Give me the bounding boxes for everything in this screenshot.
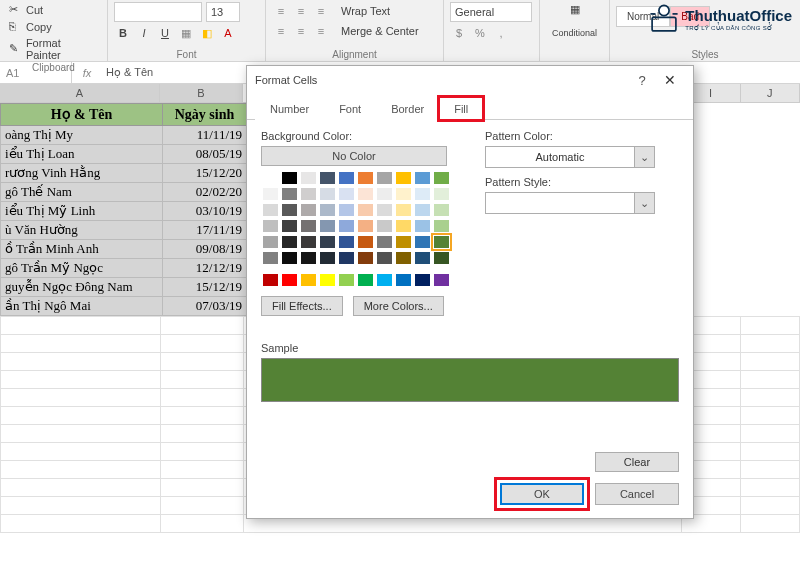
color-swatch[interactable] — [281, 235, 298, 249]
color-swatch[interactable] — [433, 187, 450, 201]
cell-dob[interactable]: 09/08/19 — [163, 240, 247, 259]
color-swatch[interactable] — [357, 187, 374, 201]
cut-button[interactable]: ✂Cut — [6, 2, 46, 18]
color-swatch[interactable] — [338, 235, 355, 249]
font-name-combo[interactable] — [114, 2, 202, 22]
color-swatch[interactable] — [414, 273, 431, 287]
color-swatch[interactable] — [319, 187, 336, 201]
color-swatch[interactable] — [319, 235, 336, 249]
cell-dob[interactable]: 12/12/19 — [163, 259, 247, 278]
dialog-titlebar[interactable]: Format Cells ? ✕ — [247, 66, 693, 94]
cell-name[interactable]: rương Vinh Hằng — [1, 164, 163, 183]
cell-dob[interactable]: 07/03/19 — [163, 297, 247, 316]
cell-name[interactable]: iểu Thị Mỹ Linh — [1, 202, 163, 221]
percent-icon[interactable]: % — [471, 24, 489, 42]
cell-name[interactable]: ồ Trần Minh Anh — [1, 240, 163, 259]
color-swatch[interactable] — [281, 273, 298, 287]
cell-name[interactable]: gô Thế Nam — [1, 183, 163, 202]
formula-value[interactable]: Họ & Tên — [102, 66, 153, 79]
color-swatch[interactable] — [300, 235, 317, 249]
color-swatch[interactable] — [300, 203, 317, 217]
cell-name[interactable]: ần Thị Ngô Mai — [1, 297, 163, 316]
color-swatch[interactable] — [376, 273, 393, 287]
color-swatch[interactable] — [300, 251, 317, 265]
more-colors-button[interactable]: More Colors... — [353, 296, 444, 316]
cell-name[interactable]: ù Văn Hường — [1, 221, 163, 240]
color-swatch[interactable] — [414, 187, 431, 201]
color-swatch[interactable] — [338, 251, 355, 265]
color-swatch[interactable] — [433, 219, 450, 233]
cell-dob[interactable]: 15/12/19 — [163, 278, 247, 297]
align-mid-icon[interactable]: ≡ — [292, 2, 310, 20]
color-swatch[interactable] — [395, 219, 412, 233]
no-color-button[interactable]: No Color — [261, 146, 447, 166]
color-swatch[interactable] — [414, 251, 431, 265]
cell-name[interactable]: guyễn Ngọc Đông Nam — [1, 278, 163, 297]
cell-name[interactable]: oàng Thị My — [1, 126, 163, 145]
color-swatch[interactable] — [395, 187, 412, 201]
align-top-icon[interactable]: ≡ — [272, 2, 290, 20]
merge-center-button[interactable]: Merge & Center — [338, 22, 422, 40]
color-swatch[interactable] — [376, 187, 393, 201]
align-center-icon[interactable]: ≡ — [292, 22, 310, 40]
color-swatch[interactable] — [281, 187, 298, 201]
color-swatch[interactable] — [300, 171, 317, 185]
help-button[interactable]: ? — [629, 73, 655, 88]
color-swatch[interactable] — [300, 273, 317, 287]
cell-dob[interactable]: 02/02/20 — [163, 183, 247, 202]
color-swatch[interactable] — [281, 203, 298, 217]
ok-button[interactable]: OK — [500, 483, 584, 505]
tab-number[interactable]: Number — [255, 97, 324, 120]
color-swatch[interactable] — [414, 219, 431, 233]
color-swatch[interactable] — [414, 171, 431, 185]
color-swatch[interactable] — [414, 235, 431, 249]
close-button[interactable]: ✕ — [655, 72, 685, 88]
align-right-icon[interactable]: ≡ — [312, 22, 330, 40]
color-swatch[interactable] — [319, 203, 336, 217]
color-swatch[interactable] — [319, 219, 336, 233]
color-swatch[interactable] — [376, 219, 393, 233]
color-swatch[interactable] — [395, 171, 412, 185]
color-swatch[interactable] — [395, 251, 412, 265]
col-header-b[interactable]: B — [160, 84, 243, 102]
color-swatch[interactable] — [300, 187, 317, 201]
cancel-button[interactable]: Cancel — [595, 483, 679, 505]
align-left-icon[interactable]: ≡ — [272, 22, 290, 40]
col-header-j[interactable]: J — [741, 84, 800, 102]
color-swatch[interactable] — [376, 171, 393, 185]
color-swatch[interactable] — [414, 203, 431, 217]
copy-button[interactable]: ⎘Copy — [6, 19, 55, 35]
header-dob[interactable]: Ngày sinh — [163, 104, 247, 126]
color-swatch[interactable] — [357, 273, 374, 287]
currency-icon[interactable]: $ — [450, 24, 468, 42]
fill-effects-button[interactable]: Fill Effects... — [261, 296, 343, 316]
color-swatch[interactable] — [433, 203, 450, 217]
color-swatch[interactable] — [338, 171, 355, 185]
color-swatch[interactable] — [433, 171, 450, 185]
color-swatch[interactable] — [395, 203, 412, 217]
cell-dob[interactable]: 08/05/19 — [163, 145, 247, 164]
color-swatch[interactable] — [338, 187, 355, 201]
color-swatch[interactable] — [300, 219, 317, 233]
tab-border[interactable]: Border — [376, 97, 439, 120]
bold-button[interactable]: B — [114, 24, 132, 42]
color-swatch[interactable] — [357, 203, 374, 217]
border-button[interactable]: ▦ — [177, 24, 195, 42]
color-swatch[interactable] — [433, 273, 450, 287]
color-swatch[interactable] — [319, 251, 336, 265]
italic-button[interactable]: I — [135, 24, 153, 42]
color-swatch[interactable] — [338, 273, 355, 287]
color-swatch[interactable] — [433, 251, 450, 265]
color-swatch[interactable] — [262, 187, 279, 201]
color-swatch[interactable] — [262, 203, 279, 217]
color-swatch[interactable] — [357, 235, 374, 249]
pattern-style-combo[interactable]: ⌄ — [485, 192, 655, 214]
pattern-color-combo[interactable]: Automatic⌄ — [485, 146, 655, 168]
header-name[interactable]: Họ & Tên — [1, 104, 163, 126]
underline-button[interactable]: U — [156, 24, 174, 42]
color-swatch[interactable] — [281, 251, 298, 265]
color-swatch[interactable] — [262, 251, 279, 265]
col-header-a[interactable]: A — [0, 84, 160, 102]
cell-dob[interactable]: 03/10/19 — [163, 202, 247, 221]
font-size-combo[interactable]: 13 — [206, 2, 240, 22]
